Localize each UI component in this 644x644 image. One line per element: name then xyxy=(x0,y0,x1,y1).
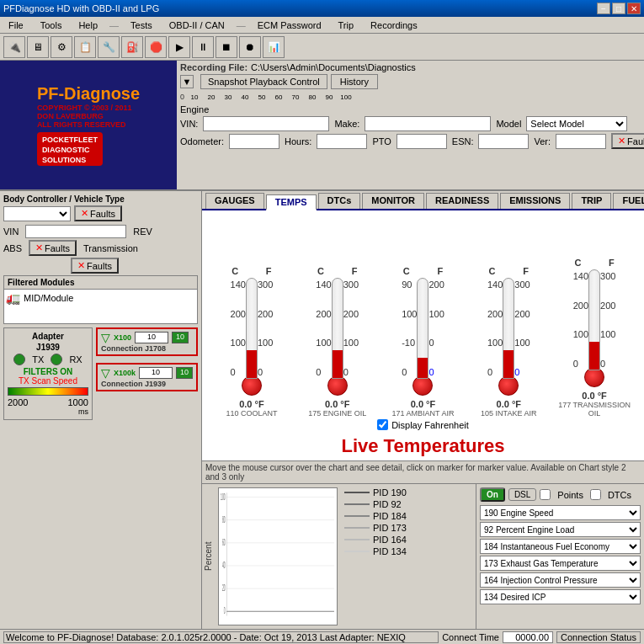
pid-dropdown-2[interactable]: 184 Instantaneous Fuel Economy xyxy=(480,539,641,554)
fahrenheit-checkbox[interactable] xyxy=(377,419,388,430)
vin-input[interactable] xyxy=(203,116,329,131)
pid-dropdown-5[interactable]: 134 Desired ICP xyxy=(480,589,641,604)
recording-label: Recording File: xyxy=(180,62,247,72)
thermo-temp-trans: 0.0 °F xyxy=(582,391,606,401)
tab-emissions[interactable]: EMISSIONS xyxy=(500,193,570,209)
toolbar-btn-6[interactable]: ⛽ xyxy=(121,36,143,58)
adapter-title: Adapter xyxy=(8,332,88,341)
tab-gauges[interactable]: GAUGES xyxy=(205,193,264,209)
abs-faults-button[interactable]: ✕ Faults xyxy=(29,240,77,256)
pid-dropdown-3[interactable]: 173 Exhaust Gas Temperature xyxy=(480,556,641,571)
toolbar-btn-rec[interactable]: ⏺ xyxy=(239,36,261,58)
scan-speed-label: TX Scan Speed xyxy=(8,376,88,386)
model-select[interactable]: Select Model xyxy=(526,116,627,131)
tab-monitor[interactable]: MONITOR xyxy=(362,193,424,209)
tab-trip[interactable]: TRIP xyxy=(572,193,611,209)
minimize-button[interactable]: − xyxy=(597,3,610,14)
thermo-name-trans: 177 TRANSMISSION OIL xyxy=(556,401,632,418)
thermo-temp-coolant: 0.0 °F xyxy=(239,399,263,409)
thermo-tube-c-intake xyxy=(503,278,514,379)
body-controller-select[interactable] xyxy=(3,206,71,221)
thermo-ambient: C F 90 - 100 - -10 - 0 xyxy=(385,266,460,418)
odometer-input[interactable] xyxy=(229,134,279,149)
engine-faults-button[interactable]: ✕ Faults xyxy=(611,133,644,149)
maximize-button[interactable]: □ xyxy=(612,3,625,14)
pid-dropdown-1[interactable]: 92 Percent Engine Load xyxy=(480,522,641,537)
menu-bar: File Tools Help — Tests OBD-II / CAN — E… xyxy=(0,17,644,34)
menu-file[interactable]: File xyxy=(3,19,29,32)
svg-text:100: 100 xyxy=(221,491,226,503)
connection-status: Connection Status xyxy=(556,631,641,643)
thermo-trans-oil: C F 140 - 200 - 100 - 0 xyxy=(556,258,632,418)
vin-left-label: VIN xyxy=(3,226,19,237)
toolbar-btn-3[interactable]: ⚙ xyxy=(51,36,72,58)
window-title: PFDiagnose HD with OBD-II and LPG xyxy=(3,3,159,13)
trans-left-label: Transmission xyxy=(83,243,138,253)
menu-sep2: — xyxy=(237,20,246,30)
speed-bar[interactable] xyxy=(8,387,88,396)
j1939-label: Connection J1939 xyxy=(101,380,193,388)
abs-row: ABS ✕ Faults Transmission xyxy=(3,240,198,256)
on-toggle[interactable]: On xyxy=(480,487,505,502)
chart-legend: PID 190 PID 92 PID 184 PID 173 xyxy=(341,484,476,629)
thermo-tube-c-trans xyxy=(588,269,600,370)
toolbar-btn-2[interactable]: 🖥 xyxy=(27,36,49,58)
legend-line-pid173 xyxy=(344,527,370,529)
make-input[interactable] xyxy=(365,116,491,131)
body-faults-button[interactable]: ✕ Faults xyxy=(74,205,122,221)
dsl-toggle[interactable]: DSL xyxy=(508,488,536,501)
abs-left-label: ABS xyxy=(3,243,22,253)
live-temps-title: Live Temperatures xyxy=(338,432,508,460)
toolbar-btn-1[interactable]: 🔌 xyxy=(3,36,25,58)
svg-text:40: 40 xyxy=(222,559,226,571)
trans-faults-button[interactable]: ✕ Faults xyxy=(71,258,119,274)
toolbar-btn-chart[interactable]: 📊 xyxy=(263,36,285,58)
tab-readiness[interactable]: READINESS xyxy=(426,193,498,209)
menu-tools[interactable]: Tools xyxy=(35,19,67,32)
dtcs-checkbox[interactable] xyxy=(590,489,601,500)
snapshot-playback-button[interactable]: Snapshot Playback Control xyxy=(200,74,327,89)
menu-ecm-password[interactable]: ECM Password xyxy=(253,19,327,32)
legend-line-pid190 xyxy=(344,492,370,493)
connect-time-label: Connect Time xyxy=(442,632,499,642)
esn-input[interactable] xyxy=(478,134,529,149)
toolbar-btn-play[interactable]: ▶ xyxy=(168,36,190,58)
j1939-num: 10 xyxy=(176,367,193,379)
logo-area: PF-Diagnose COPYRIGHT © 2003 / 2011DON L… xyxy=(0,61,177,189)
tab-dtcs[interactable]: DTCs xyxy=(318,193,361,209)
history-button[interactable]: History xyxy=(331,74,378,89)
tab-fuel[interactable]: FUEL xyxy=(613,193,644,209)
playback-arrow-icon[interactable]: ▼ xyxy=(180,75,194,88)
toolbar-btn-stop[interactable]: ⏹ xyxy=(216,36,237,58)
toolbar-btn-7[interactable]: 🛑 xyxy=(145,36,167,58)
vin-row: VIN REV xyxy=(3,225,198,238)
thermometers-row: C F 140 - 200 - 100 - 0 xyxy=(202,210,644,418)
svg-text:0: 0 xyxy=(224,605,226,617)
pto-input[interactable] xyxy=(397,134,447,149)
close-button[interactable]: ✕ xyxy=(627,3,641,14)
hours-input[interactable] xyxy=(317,134,367,149)
menu-trip[interactable]: Trip xyxy=(333,19,359,32)
menu-obdcan[interactable]: OBD-II / CAN xyxy=(164,19,230,32)
engine-label: Engine xyxy=(180,104,209,114)
menu-tests[interactable]: Tests xyxy=(125,19,157,32)
vin-left-input[interactable] xyxy=(25,225,126,238)
pid-dropdown-4[interactable]: 164 Injection Control Pressure xyxy=(480,572,641,588)
ver-input[interactable] xyxy=(556,134,606,149)
tab-temps[interactable]: TEMPS xyxy=(266,194,317,210)
pto-label: PTO xyxy=(372,136,391,146)
toolbar-btn-5[interactable]: 🔧 xyxy=(98,36,120,58)
pid-dropdown-0[interactable]: 190 Engine Speed xyxy=(480,505,641,520)
tx-indicator xyxy=(13,354,25,365)
on-dsl-row: On DSL Points DTCs xyxy=(480,487,641,502)
points-checkbox[interactable] xyxy=(540,489,551,500)
model-label: Model xyxy=(496,119,521,129)
toolbar-btn-4[interactable]: 📋 xyxy=(74,36,96,58)
menu-recordings[interactable]: Recordings xyxy=(365,19,423,32)
adapter-section: Adapter J1939 TX RX FILTERS ON TX Scan S… xyxy=(3,327,93,420)
toolbar-btn-pause[interactable]: ⏸ xyxy=(192,36,214,58)
menu-help[interactable]: Help xyxy=(73,19,103,32)
right-panel: GAUGES TEMPS DTCs MONITOR READINESS EMIS… xyxy=(202,191,644,629)
legend-pid184: PID 184 xyxy=(344,511,472,521)
thermo-name-ambient: 171 AMBIANT AIR xyxy=(392,409,455,418)
